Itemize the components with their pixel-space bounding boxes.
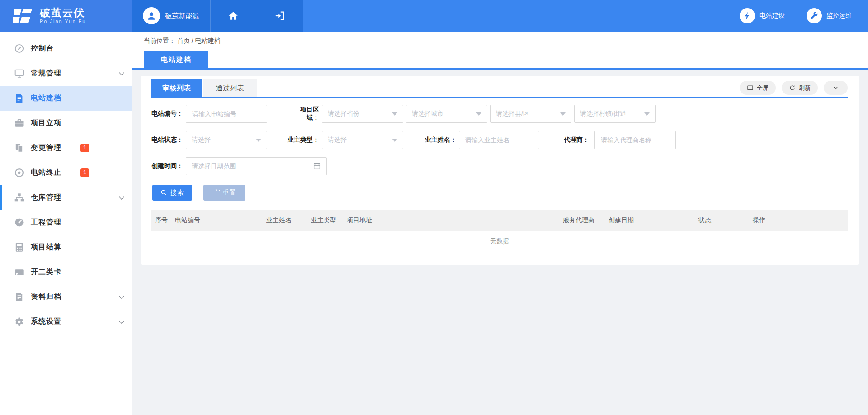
sidebar-item-system-settings[interactable]: 系统设置	[0, 309, 132, 334]
main-area: 当前位置： 首页 / 电站建档 电站建档 审核列表 通过列表 全屏	[132, 32, 868, 415]
nav-monitor-ops[interactable]: 监控运维	[807, 8, 852, 23]
select-caret-icon	[476, 112, 481, 116]
station-code-input[interactable]	[186, 105, 267, 123]
sidebar-item-warehouse-mgmt[interactable]: 仓库管理	[0, 185, 132, 210]
col-owner-type: 业主类型	[311, 210, 336, 231]
sidebar-item-station-archive[interactable]: 电站建档	[0, 86, 132, 111]
sidebar-item-engineering-mgmt[interactable]: 工程管理	[0, 210, 132, 235]
bolt-icon	[740, 8, 755, 23]
sidebar: 控制台 常规管理 电站建档 项目立项	[0, 32, 132, 415]
briefcase-icon	[14, 118, 24, 128]
create-time-label: 创建时间：	[151, 162, 183, 170]
gauge-icon	[14, 43, 24, 54]
date-range-input[interactable]	[186, 157, 327, 175]
breadcrumb-bar: 当前位置： 首页 / 电站建档 电站建档	[132, 32, 868, 70]
logo-subtitle: Po Jian Yun Fu	[40, 19, 86, 24]
village-select[interactable]: 请选择村镇/街道	[574, 105, 656, 123]
list-tabbar: 审核列表 通过列表 全屏	[151, 76, 848, 98]
station-code-label: 电站编号：	[151, 110, 183, 118]
agent-input[interactable]	[594, 131, 676, 149]
meter-icon	[14, 217, 24, 228]
station-status-select[interactable]: 请选择	[186, 131, 267, 149]
home-button[interactable]	[210, 0, 256, 32]
province-select[interactable]: 请选择省份	[322, 105, 403, 123]
col-project-address: 项目地址	[347, 210, 372, 231]
station-status-label: 电站状态：	[151, 136, 183, 144]
filter-row-3: 创建时间：	[151, 157, 848, 175]
page-title-tab: 电站建档	[144, 51, 208, 68]
owner-type-label: 业主类型：	[288, 136, 319, 144]
empty-state-text: 无数据	[151, 238, 848, 246]
logo-icon	[13, 8, 33, 24]
tab-actions: 全屏 刷新	[740, 81, 848, 95]
search-icon	[160, 189, 167, 196]
app-root: 破茧云伏 Po Jian Yun Fu 破茧新能源	[0, 0, 868, 415]
tab-passed-list[interactable]: 通过列表	[203, 79, 257, 97]
copy-icon	[14, 143, 24, 153]
breadcrumb: 当前位置： 首页 / 电站建档	[144, 37, 221, 45]
filter-form: 电站编号： 项目区域： 请选择省份 请选择城市	[151, 105, 848, 175]
collapse-button[interactable]	[824, 81, 848, 95]
sidebar-item-open-class2-card[interactable]: 开二类卡	[0, 260, 132, 284]
city-select[interactable]: 请选择城市	[406, 105, 487, 123]
record-icon	[14, 168, 24, 178]
col-index: 序号	[155, 210, 168, 231]
col-actions: 操作	[753, 210, 765, 231]
sidebar-item-general-mgmt[interactable]: 常规管理	[0, 61, 132, 86]
chevron-down-icon	[119, 318, 124, 324]
chevron-down-icon	[119, 194, 124, 200]
select-caret-icon	[392, 139, 397, 142]
sidebar-item-console[interactable]: 控制台	[0, 36, 132, 61]
archive-file-icon	[14, 292, 24, 302]
search-button[interactable]: 搜索	[152, 185, 192, 201]
header-right-nav: 电站建设 监控运维	[740, 0, 868, 32]
reset-icon	[213, 189, 220, 196]
header-spacer	[303, 0, 740, 32]
col-create-date: 创建日期	[609, 210, 634, 231]
owner-name-label: 业主姓名：	[425, 136, 457, 144]
fullscreen-button[interactable]: 全屏	[740, 81, 776, 95]
select-caret-icon	[644, 112, 650, 116]
person-icon	[146, 10, 157, 21]
filter-row-1: 电站编号： 项目区域： 请选择省份 请选择城市	[151, 105, 848, 123]
sidebar-item-change-mgmt[interactable]: 变更管理 1	[0, 135, 132, 160]
avatar	[143, 7, 160, 24]
wrench-icon	[807, 8, 822, 23]
sidebar-item-project-initiation[interactable]: 项目立项	[0, 111, 132, 135]
notification-badge: 1	[80, 144, 89, 152]
chevron-down-icon	[832, 84, 839, 91]
agent-label: 代理商：	[563, 136, 589, 144]
sidebar-item-data-archive[interactable]: 资料归档	[0, 284, 132, 309]
user-menu[interactable]: 破茧新能源	[132, 0, 210, 32]
user-name: 破茧新能源	[165, 12, 199, 20]
gear-icon	[14, 317, 24, 327]
refresh-button[interactable]: 刷新	[782, 81, 818, 95]
filter-row-2: 电站状态： 请选择 业主类型： 请选择 业主姓名：	[151, 131, 848, 149]
owner-name-input[interactable]	[459, 131, 539, 149]
col-status: 状态	[698, 210, 711, 231]
region-label: 项目区域：	[290, 106, 319, 122]
card-icon	[14, 267, 24, 277]
calendar-icon	[313, 162, 321, 170]
sidebar-item-station-termination[interactable]: 电站终止 1	[0, 160, 132, 185]
nav-station-build[interactable]: 电站建设	[740, 8, 785, 23]
logout-button[interactable]	[256, 0, 303, 32]
chevron-down-icon	[119, 70, 124, 75]
top-header: 破茧云伏 Po Jian Yun Fu 破茧新能源	[0, 0, 868, 32]
select-caret-icon	[256, 139, 261, 142]
reset-button[interactable]: 重置	[203, 185, 245, 201]
col-station-code: 电站编号	[175, 210, 200, 231]
chevron-down-icon	[119, 294, 124, 299]
owner-type-select[interactable]: 请选择	[322, 131, 403, 149]
notification-badge: 1	[80, 168, 89, 177]
logo-title: 破茧云伏	[40, 7, 86, 19]
monitor-icon	[14, 68, 24, 79]
select-caret-icon	[560, 112, 566, 116]
county-select[interactable]: 请选择县/区	[490, 105, 571, 123]
sitemap-icon	[14, 192, 24, 203]
col-owner-name: 业主姓名	[266, 210, 292, 231]
refresh-icon	[789, 84, 796, 91]
home-icon	[228, 10, 239, 21]
tab-review-list[interactable]: 审核列表	[151, 79, 202, 97]
sidebar-item-project-settlement[interactable]: 项目结算	[0, 235, 132, 260]
